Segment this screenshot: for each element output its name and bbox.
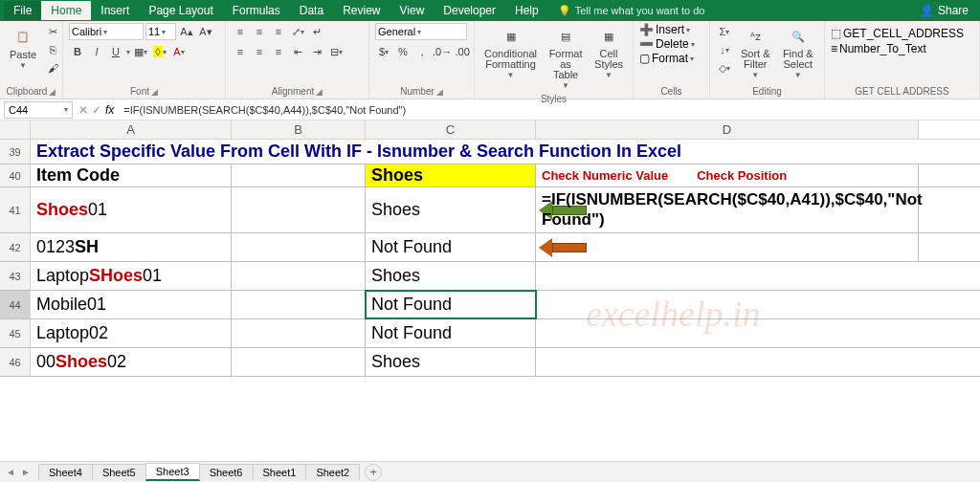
sort-filter-button[interactable]: ᴬᴢ Sort & Filter▼ — [737, 23, 774, 81]
number-format-combo[interactable]: General▾ — [375, 23, 467, 40]
underline-button[interactable]: U — [107, 43, 124, 60]
font-color-button[interactable]: A▾ — [170, 43, 188, 60]
cell-b45[interactable] — [232, 319, 366, 347]
align-right-button[interactable]: ≡ — [270, 43, 287, 60]
enter-icon[interactable]: ✓ — [92, 103, 101, 117]
merge-button[interactable]: ⊟▾ — [327, 43, 345, 60]
find-select-button[interactable]: 🔍 Find & Select▼ — [778, 23, 818, 81]
cell-c41[interactable]: Shoes — [366, 187, 536, 232]
align-middle-button[interactable]: ≡ — [251, 23, 268, 40]
cell-styles-button[interactable]: ▦ Cell Styles▼ — [590, 23, 627, 81]
dialog-launcher-icon[interactable]: ◢ — [151, 87, 158, 97]
format-cells-button[interactable]: ▢Format▾ — [639, 52, 694, 65]
ribbon-tab-help[interactable]: Help — [505, 1, 548, 20]
align-top-button[interactable]: ≡ — [232, 23, 249, 40]
fx-icon[interactable]: fx — [105, 103, 114, 117]
border-button[interactable]: ▦▾ — [132, 43, 149, 60]
dialog-launcher-icon[interactable]: ◢ — [436, 87, 443, 97]
row-header[interactable]: 39 — [0, 140, 31, 164]
col-header-d[interactable]: D — [536, 120, 919, 139]
cell-c40[interactable]: Shoes — [366, 164, 536, 186]
cell-a44[interactable]: Mobile01 — [31, 291, 232, 318]
cell-a39[interactable]: Extract Specific Value From Cell With IF… — [31, 140, 919, 164]
col-header-c[interactable]: C — [366, 120, 536, 139]
sheet-tab[interactable]: Sheet2 — [305, 464, 360, 480]
sheet-tab[interactable]: Sheet6 — [199, 464, 254, 480]
decrease-decimal-button[interactable]: .00 — [454, 43, 471, 60]
row-header[interactable]: 42 — [0, 233, 31, 261]
format-painter-button[interactable]: 🖌 — [44, 59, 61, 77]
clear-button[interactable]: ◇▾ — [716, 59, 733, 77]
cell-d44[interactable] — [536, 291, 919, 318]
cell-a46[interactable]: 00Shoes02 — [31, 348, 232, 376]
row-header[interactable]: 46 — [0, 348, 31, 376]
cell-c43[interactable]: Shoes — [366, 262, 536, 290]
cell-d46[interactable] — [536, 348, 919, 376]
tell-me[interactable]: 💡 Tell me what you want to do — [548, 5, 715, 17]
conditional-formatting-button[interactable]: ▦ Conditional Formatting▼ — [480, 23, 541, 81]
format-as-table-button[interactable]: ▤ Format as Table▼ — [545, 23, 587, 92]
ribbon-tab-page-layout[interactable]: Page Layout — [139, 1, 222, 20]
italic-button[interactable]: I — [88, 43, 105, 60]
cell-b42[interactable] — [232, 233, 366, 261]
ribbon-tab-developer[interactable]: Developer — [434, 1, 505, 20]
cell-c46[interactable]: Shoes — [366, 348, 536, 376]
formula-input[interactable]: =IF(ISNUMBER(SEARCH($C$40,A44)),$C$40,"N… — [120, 104, 980, 116]
sheet-tab[interactable]: Sheet3 — [145, 463, 200, 481]
cell-c44[interactable]: Not Found — [366, 291, 536, 318]
bold-button[interactable]: B — [69, 43, 86, 60]
row-header[interactable]: 43 — [0, 262, 31, 290]
increase-font-button[interactable]: A▴ — [178, 23, 195, 40]
row-header[interactable]: 44 — [0, 291, 31, 318]
increase-decimal-button[interactable]: .0→ — [433, 43, 452, 60]
cell-a42[interactable]: 0123SH — [31, 233, 232, 261]
row-header[interactable]: 40 — [0, 164, 31, 186]
cell-b40[interactable] — [232, 164, 366, 186]
cell-a41[interactable]: Shoes01 — [31, 187, 232, 232]
delete-cells-button[interactable]: ➖Delete▾ — [639, 37, 695, 51]
dialog-launcher-icon[interactable]: ◢ — [316, 87, 323, 97]
increase-indent-button[interactable]: ⇥ — [308, 43, 325, 60]
sheet-nav-prev[interactable]: ◄ — [4, 467, 17, 477]
align-center-button[interactable]: ≡ — [251, 43, 268, 60]
percent-button[interactable]: % — [394, 43, 412, 60]
cell-a43[interactable]: LaptopSHoes01 — [31, 262, 232, 290]
cancel-icon[interactable]: ✕ — [78, 103, 88, 117]
comma-button[interactable]: , — [413, 43, 431, 60]
add-sheet-button[interactable]: + — [365, 464, 382, 481]
paste-button[interactable]: 📋 Paste ▼ — [6, 23, 40, 72]
copy-button[interactable]: ⎘ — [44, 41, 61, 58]
cell-a40[interactable]: Item Code — [31, 164, 232, 186]
col-header-b[interactable]: B — [232, 120, 366, 139]
autosum-button[interactable]: Σ▾ — [716, 23, 733, 40]
row-header[interactable]: 45 — [0, 319, 31, 347]
decrease-indent-button[interactable]: ⇤ — [289, 43, 306, 60]
ribbon-tab-formulas[interactable]: Formulas — [223, 1, 290, 20]
cell-d45[interactable] — [536, 319, 919, 347]
cell-d40[interactable]: Check Numeric Value Check Position — [536, 164, 919, 186]
cell-a45[interactable]: Laptop02 — [31, 319, 232, 347]
sheet-nav-next[interactable]: ► — [19, 467, 33, 477]
share-button[interactable]: 👤 Share — [912, 4, 976, 17]
sheet-tab[interactable]: Sheet4 — [38, 464, 93, 480]
cell-b41[interactable] — [232, 187, 366, 232]
ribbon-tab-home[interactable]: Home — [41, 1, 91, 20]
file-tab[interactable]: File — [4, 1, 41, 20]
cell-b43[interactable] — [232, 262, 366, 290]
number-to-text-button[interactable]: ≡Number_To_Text — [831, 42, 926, 55]
align-bottom-button[interactable]: ≡ — [270, 23, 287, 40]
cell-b44[interactable] — [232, 291, 366, 318]
dialog-launcher-icon[interactable]: ◢ — [49, 87, 56, 97]
orientation-button[interactable]: ⤢▾ — [289, 23, 306, 40]
ribbon-tab-view[interactable]: View — [390, 1, 434, 20]
insert-cells-button[interactable]: ➕Insert▾ — [639, 23, 690, 36]
cut-button[interactable]: ✂ — [44, 23, 61, 40]
cell-b46[interactable] — [232, 348, 366, 376]
get-cell-address-button[interactable]: ⬚GET_CELL_ADDRESS — [831, 27, 964, 40]
name-box[interactable]: C44▾ — [4, 101, 73, 119]
cell-c45[interactable]: Not Found — [366, 319, 536, 347]
wrap-text-button[interactable]: ↵ — [308, 23, 325, 40]
decrease-font-button[interactable]: A▾ — [197, 23, 214, 40]
ribbon-tab-data[interactable]: Data — [290, 1, 333, 20]
font-size-combo[interactable]: 11▾ — [145, 23, 176, 40]
